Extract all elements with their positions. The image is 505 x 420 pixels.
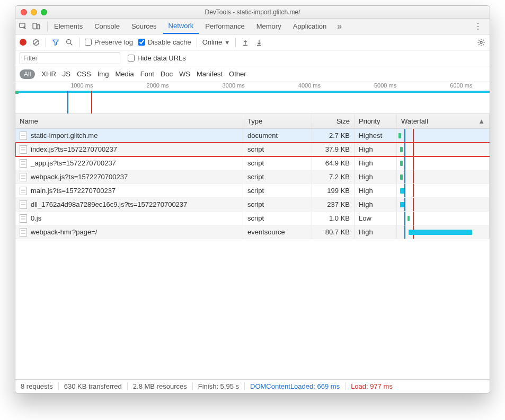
throttling-select[interactable]: Online ▼ <box>202 38 230 46</box>
request-type: script <box>243 143 312 156</box>
request-priority: High <box>355 184 397 197</box>
filter-input[interactable] <box>20 52 120 64</box>
device-toolbar-icon[interactable] <box>32 22 41 31</box>
file-icon <box>20 187 27 195</box>
request-priority: High <box>355 225 397 239</box>
sort-indicator-icon: ▲ <box>478 117 485 125</box>
svg-rect-1 <box>33 23 37 29</box>
domcontentloaded-line <box>404 225 405 239</box>
disable-cache-checkbox[interactable]: Disable cache <box>138 38 191 46</box>
load-line <box>413 143 414 156</box>
type-doc[interactable]: Doc <box>161 70 173 78</box>
tick: 3000 ms <box>223 82 245 89</box>
type-ws[interactable]: WS <box>179 70 190 78</box>
more-tabs-button[interactable]: » <box>333 22 346 31</box>
tick: 4000 ms <box>298 82 321 89</box>
file-icon <box>20 145 27 154</box>
domcontentloaded-line <box>404 129 405 142</box>
tab-elements[interactable]: Elements <box>49 19 88 34</box>
domcontentloaded-marker <box>67 91 68 113</box>
request-priority: High <box>355 198 397 211</box>
load-line <box>413 198 414 211</box>
request-size: 37.9 KB <box>312 143 355 156</box>
request-priority: High <box>355 156 397 170</box>
preserve-log-input[interactable] <box>85 39 92 46</box>
svg-point-7 <box>480 41 482 43</box>
hide-data-urls-checkbox[interactable]: Hide data URLs <box>128 54 186 62</box>
hide-data-urls-input[interactable] <box>128 55 135 62</box>
record-button[interactable] <box>20 39 26 46</box>
titlebar: DevTools - static-import.glitch.me/ <box>15 6 490 19</box>
preserve-log-checkbox[interactable]: Preserve log <box>85 38 133 46</box>
type-img[interactable]: Img <box>98 70 109 78</box>
file-icon <box>20 228 27 237</box>
status-resources: 2.8 MB resources <box>128 382 193 390</box>
request-size: 237 KB <box>312 198 355 211</box>
load-line <box>413 129 414 142</box>
network-table: Name Type Size Priority Waterfall ▲ stat… <box>15 114 490 379</box>
waterfall-bar <box>409 230 472 235</box>
col-priority[interactable]: Priority <box>355 114 397 128</box>
disable-cache-input[interactable] <box>138 39 145 46</box>
tick: 2000 ms <box>146 82 169 89</box>
table-row[interactable]: webpack.js?ts=1572270700237script7.2 KBH… <box>15 170 490 184</box>
waterfall-bar <box>400 174 403 180</box>
type-other[interactable]: Other <box>229 70 246 78</box>
search-icon[interactable] <box>65 38 74 47</box>
file-icon <box>20 214 27 223</box>
col-name[interactable]: Name <box>15 114 243 128</box>
type-media[interactable]: Media <box>115 70 134 78</box>
status-load: Load: 977 ms <box>345 382 398 390</box>
request-size: 7.2 KB <box>312 170 355 183</box>
filter-icon[interactable] <box>51 38 60 47</box>
type-xhr[interactable]: XHR <box>41 70 56 78</box>
status-requests: 8 requests <box>21 382 59 390</box>
col-type[interactable]: Type <box>243 114 312 128</box>
type-font[interactable]: Font <box>140 70 154 78</box>
table-row[interactable]: index.js?ts=1572270700237script37.9 KBHi… <box>15 143 490 156</box>
load-line <box>413 170 414 183</box>
devtools-menu-button[interactable]: ⋮ <box>469 21 486 31</box>
request-type: eventsource <box>243 225 312 239</box>
table-row[interactable]: _app.js?ts=1572270700237script64.9 KBHig… <box>15 156 490 170</box>
tick: 5000 ms <box>374 82 396 89</box>
clear-button[interactable] <box>32 38 40 47</box>
preserve-log-label: Preserve log <box>94 38 133 46</box>
request-size: 80.7 KB <box>312 225 355 239</box>
request-name: index.js?ts=1572270700237 <box>31 145 117 153</box>
domcontentloaded-line <box>404 156 405 170</box>
type-manifest[interactable]: Manifest <box>197 70 223 78</box>
table-row[interactable]: static-import.glitch.medocument2.7 KBHig… <box>15 129 490 143</box>
tick: 1000 ms <box>70 82 93 89</box>
status-finish: Finish: 5.95 s <box>193 382 245 390</box>
upload-har-icon[interactable] <box>241 38 250 47</box>
waterfall-bar <box>400 161 403 166</box>
tab-sources[interactable]: Sources <box>126 19 162 34</box>
tab-network[interactable]: Network <box>163 19 199 34</box>
devtools-window: DevTools - static-import.glitch.me/ Elem… <box>15 5 490 393</box>
tab-memory[interactable]: Memory <box>251 19 287 34</box>
type-css[interactable]: CSS <box>77 70 91 78</box>
settings-icon[interactable] <box>477 38 485 47</box>
table-row[interactable]: main.js?ts=1572270700237script199 KBHigh <box>15 184 490 198</box>
download-har-icon[interactable] <box>255 38 263 47</box>
col-waterfall[interactable]: Waterfall ▲ <box>397 114 490 128</box>
request-priority: Low <box>355 212 397 225</box>
panel-tabs: Elements Console Sources Network Perform… <box>15 19 490 34</box>
inspect-element-icon[interactable] <box>19 22 28 31</box>
table-row[interactable]: dll_1762a4d98a7289ec16c9.js?ts=157227070… <box>15 198 490 212</box>
timeline-overview[interactable]: 1000 ms 2000 ms 3000 ms 4000 ms 5000 ms … <box>15 82 490 114</box>
tab-performance[interactable]: Performance <box>200 19 250 34</box>
window-title: DevTools - static-import.glitch.me/ <box>15 8 490 16</box>
filter-row: Hide data URLs <box>15 50 490 66</box>
tab-application[interactable]: Application <box>288 19 332 34</box>
tab-console[interactable]: Console <box>89 19 125 34</box>
col-size[interactable]: Size <box>312 114 355 128</box>
table-row[interactable]: webpack-hmr?page=/eventsource80.7 KBHigh <box>15 225 490 239</box>
type-all[interactable]: All <box>20 69 35 79</box>
domcontentloaded-line <box>404 184 405 197</box>
type-js[interactable]: JS <box>63 70 70 78</box>
svg-point-5 <box>67 39 71 43</box>
table-row[interactable]: 0.jsscript1.0 KBLow <box>15 212 490 225</box>
request-type: script <box>243 212 312 225</box>
